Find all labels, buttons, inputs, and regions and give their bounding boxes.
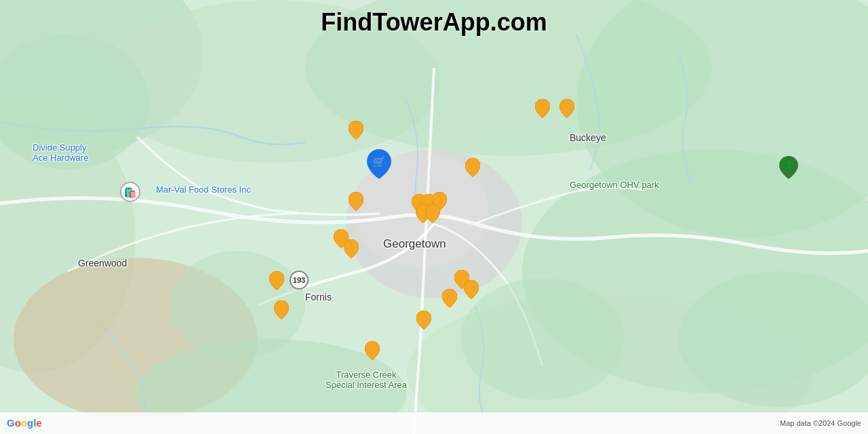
tower-marker[interactable] (274, 300, 289, 322)
tower-marker[interactable] (442, 289, 457, 311)
tower-marker[interactable] (416, 311, 431, 332)
bottom-bar: Google Map data ©2024 Google (0, 412, 868, 434)
page-title: FindTowerApp.com (321, 8, 547, 37)
map-container[interactable]: FindTowerApp.com 📡 🛒 (0, 0, 868, 434)
selected-location-marker[interactable]: 🛒 (367, 149, 391, 182)
tower-marker[interactable] (559, 99, 574, 121)
tower-marker[interactable] (344, 239, 359, 261)
park-marker[interactable]: 🌲 (779, 156, 798, 182)
google-logo: Google (7, 417, 42, 429)
tower-marker[interactable] (349, 121, 363, 142)
tower-marker[interactable] (464, 280, 479, 302)
svg-point-13 (461, 278, 624, 400)
store-marker[interactable]: 🛍️ (120, 182, 140, 202)
tower-marker[interactable] (535, 99, 550, 121)
tower-marker[interactable] (349, 192, 363, 214)
road-shield-193: 193 (290, 271, 309, 290)
tower-marker[interactable] (269, 271, 284, 293)
svg-text:🌲: 🌲 (783, 160, 795, 172)
map-copyright: Map data ©2024 Google (780, 419, 861, 427)
tower-marker[interactable] (425, 204, 440, 226)
svg-text:🛒: 🛒 (372, 155, 386, 168)
tower-marker[interactable] (365, 341, 380, 363)
tower-marker[interactable] (465, 158, 480, 180)
